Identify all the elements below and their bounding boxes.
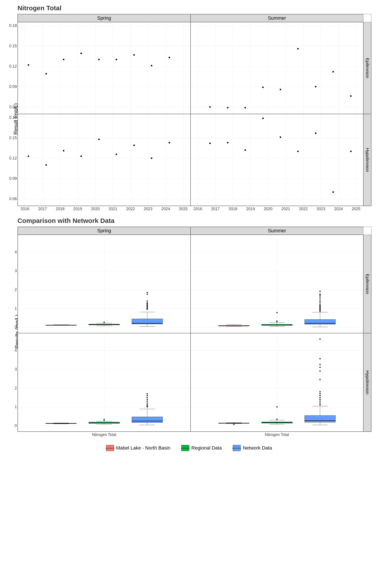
outlier-point bbox=[319, 358, 321, 360]
outlier-point bbox=[319, 291, 321, 292]
box bbox=[132, 417, 163, 423]
outlier-point bbox=[319, 302, 321, 303]
x-tick: 2020 bbox=[264, 207, 272, 211]
y-tick: 3 bbox=[6, 268, 17, 273]
x-tick: 2023 bbox=[144, 207, 152, 211]
x-tick: 2024 bbox=[161, 207, 170, 211]
data-point bbox=[81, 53, 82, 54]
outlier-point bbox=[319, 364, 321, 365]
y-tick: 0.06 bbox=[6, 197, 17, 201]
y-tick: 0.09 bbox=[6, 84, 17, 89]
boxplot-panel: 01234 bbox=[18, 235, 190, 333]
y-tick: 0 bbox=[6, 325, 17, 330]
data-point bbox=[315, 86, 316, 88]
box bbox=[218, 325, 249, 326]
facet-col-header: Spring bbox=[18, 14, 190, 22]
y-tick: 3 bbox=[6, 367, 17, 372]
data-point bbox=[63, 150, 65, 152]
scatter-panel: 2016201720182019202020212022202320242025 bbox=[190, 114, 363, 206]
y-tick: 0.06 bbox=[6, 105, 17, 109]
outlier-point bbox=[319, 338, 321, 340]
data-point bbox=[244, 107, 246, 108]
outlier-point bbox=[319, 304, 321, 305]
outlier-point bbox=[319, 296, 321, 298]
boxplot-panel bbox=[190, 235, 363, 333]
y-tick: 0.12 bbox=[6, 64, 17, 69]
outlier-point bbox=[147, 399, 148, 400]
chart-title-2: Comparison with Network Data bbox=[17, 217, 374, 225]
outlier-point bbox=[147, 294, 148, 295]
x-tick: Nitrogen Total bbox=[92, 432, 116, 437]
outlier-point bbox=[147, 397, 148, 398]
scatter-panel: 0.060.090.120.150.18 bbox=[18, 22, 190, 114]
box bbox=[45, 325, 77, 325]
scatter-panel bbox=[190, 22, 363, 114]
data-point bbox=[168, 57, 170, 58]
data-point bbox=[116, 59, 117, 60]
data-point bbox=[227, 107, 228, 108]
y-tick: 4 bbox=[6, 348, 17, 353]
data-point bbox=[45, 164, 47, 166]
data-point bbox=[209, 106, 211, 108]
data-point bbox=[333, 191, 334, 193]
outlier-point bbox=[147, 292, 148, 293]
x-tick: 2024 bbox=[334, 207, 343, 211]
outlier-point bbox=[319, 401, 321, 402]
data-point bbox=[151, 158, 152, 159]
y-tick: 1 bbox=[6, 405, 17, 409]
data-point bbox=[81, 155, 82, 157]
data-point bbox=[280, 136, 281, 138]
x-tick: 2023 bbox=[317, 207, 325, 211]
data-point bbox=[116, 153, 117, 155]
x-tick: 2018 bbox=[56, 207, 65, 211]
y-tick: 0 bbox=[6, 424, 17, 428]
facet-row-header: Epilimnion bbox=[363, 22, 371, 114]
box bbox=[261, 422, 293, 423]
scatter-facet-frame: SpringSummer0.060.090.120.150.18Epilimni… bbox=[17, 14, 371, 206]
data-point bbox=[280, 89, 281, 90]
boxplot-chart-block: Comparison with Network Data Results (mg… bbox=[4, 217, 374, 432]
outlier-point bbox=[319, 397, 321, 398]
data-point bbox=[98, 138, 99, 140]
outlier-point bbox=[319, 294, 321, 295]
outlier-point bbox=[319, 298, 321, 300]
box bbox=[305, 415, 336, 422]
outlier-point bbox=[319, 300, 321, 302]
x-tick: 2018 bbox=[229, 207, 237, 211]
box bbox=[89, 422, 120, 424]
outlier-point bbox=[319, 404, 321, 406]
data-point bbox=[28, 64, 29, 66]
x-tick: Nitrogen Total bbox=[265, 432, 289, 437]
facet-col-header: Spring bbox=[18, 227, 190, 235]
data-point bbox=[262, 118, 264, 119]
data-point bbox=[151, 65, 152, 67]
x-tick: 2021 bbox=[108, 207, 117, 211]
outlier-point bbox=[147, 395, 148, 396]
facet-col-header: Summer bbox=[190, 227, 363, 235]
x-tick: 2025 bbox=[352, 207, 361, 211]
outlier-point bbox=[147, 402, 148, 404]
outlier-point bbox=[147, 393, 148, 394]
y-tick: 0.15 bbox=[6, 136, 17, 140]
data-point bbox=[209, 143, 211, 144]
data-point bbox=[98, 59, 99, 60]
outlier-point bbox=[276, 312, 278, 313]
y-tick: 0.12 bbox=[6, 156, 17, 160]
scatter-panel: 0.060.090.120.150.1820162017201820192020… bbox=[18, 114, 190, 206]
x-tick: 2017 bbox=[211, 207, 220, 211]
x-tick: 2017 bbox=[38, 207, 47, 211]
data-point bbox=[315, 132, 316, 134]
x-tick: 2016 bbox=[21, 207, 29, 211]
facet-row-header: Epilimnion bbox=[363, 235, 371, 333]
legend-swatch bbox=[181, 445, 189, 451]
legend-item: Mabel Lake - North Basin bbox=[106, 445, 170, 451]
outlier-point bbox=[276, 321, 278, 322]
data-point bbox=[297, 48, 299, 49]
y-tick: 0.15 bbox=[6, 44, 17, 48]
outlier-point bbox=[147, 302, 148, 303]
data-point bbox=[227, 142, 228, 144]
data-point bbox=[45, 73, 47, 75]
outlier-point bbox=[319, 391, 321, 392]
data-point bbox=[168, 142, 170, 144]
box bbox=[132, 319, 163, 324]
